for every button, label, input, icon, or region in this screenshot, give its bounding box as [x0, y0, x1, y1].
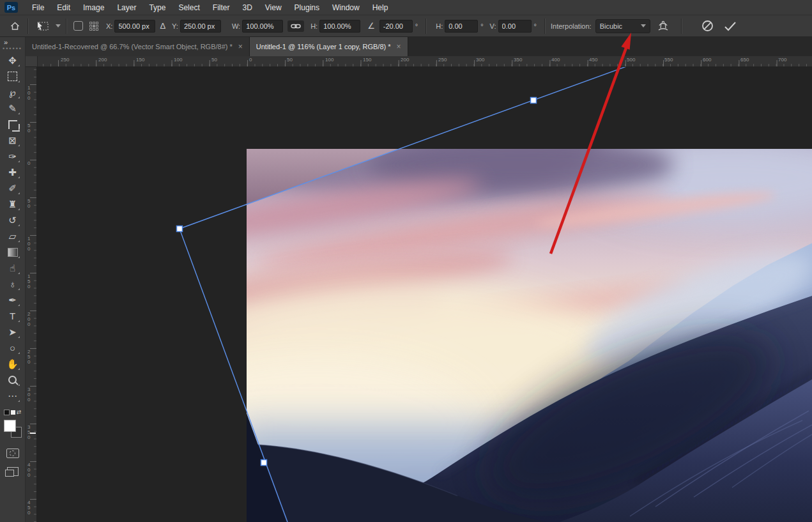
ruler-tick-label: 100 [174, 57, 182, 63]
separator [544, 19, 546, 34]
ruler-tick-label: 200 [98, 57, 107, 63]
warp-mode-icon[interactable] [657, 20, 670, 32]
commit-transform-button[interactable] [724, 21, 737, 31]
move-tool[interactable]: ✥ [4, 52, 21, 68]
relative-positioning-icon[interactable]: Δ [160, 21, 165, 31]
eraser-tool[interactable]: ▱ [4, 228, 21, 244]
ruler-tick-label: 600 [703, 57, 711, 63]
swap-colors-icon[interactable]: ⇄ [4, 409, 22, 415]
interpolation-dropdown[interactable]: Bicubic [595, 19, 650, 33]
interpolation-value: Bicubic [600, 22, 622, 30]
ruler-tick-label: 50 [211, 57, 217, 63]
ruler-corner [26, 56, 38, 66]
brush-tool[interactable]: ✐ [4, 180, 21, 196]
ruler-tick-label: 700 [778, 57, 786, 63]
height-label: H: [310, 22, 318, 30]
foreground-color-swatch[interactable] [4, 420, 16, 432]
separator [681, 19, 682, 34]
ruler-tick-label: 650 [740, 57, 749, 63]
transform-options-bar: X: Δ Y: W: H: ∠ ° H: ° V: ° Interpolatio… [0, 15, 812, 37]
menu-item-layer[interactable]: Layer [111, 3, 142, 12]
clone-stamp-tool[interactable]: ♜ [4, 196, 21, 212]
frame-tool[interactable]: ⊠ [4, 132, 21, 148]
toolbar: » •••••• ✥℘✎⊠✑✚✐♜↺▱☝♁✒T➤○✋⋯ ⇄ [0, 37, 26, 522]
dodge-tool[interactable]: ♁ [4, 276, 21, 292]
close-icon[interactable]: × [397, 42, 401, 51]
rotation-input[interactable] [379, 20, 413, 33]
ruler-tick-label: 100 [325, 57, 333, 63]
healing-brush-tool[interactable]: ✚ [4, 164, 21, 180]
menu-item-help[interactable]: Help [366, 3, 395, 12]
rotate-angle-icon: ∠ [367, 21, 375, 31]
eyedropper-tool[interactable]: ✑ [4, 148, 21, 164]
horizontal-ruler[interactable]: 2502001501005005010015020025030035040045… [26, 56, 812, 67]
gradient-tool[interactable] [4, 244, 21, 260]
transform-tool-icon[interactable] [36, 21, 50, 31]
tab-label: Untitled-1 @ 116% (Layer 1 copy, RGB/8) … [256, 43, 391, 50]
menu-item-view[interactable]: View [259, 3, 288, 12]
ruler-tick-label: 1 0 0 [27, 236, 30, 252]
toggle-reference-point-checkbox[interactable] [73, 21, 83, 31]
color-swatches[interactable] [3, 419, 22, 438]
tab-untitled-1[interactable]: Untitled-1 @ 116% (Layer 1 copy, RGB/8) … [250, 37, 408, 56]
menu-item-image[interactable]: Image [77, 3, 111, 12]
home-icon[interactable] [10, 22, 20, 31]
vertical-ruler[interactable]: 1 0 05 005 01 0 01 5 02 0 02 5 03 0 03 5… [26, 67, 37, 522]
pen-tool[interactable]: ✒ [4, 292, 21, 308]
v-skew-label: V: [490, 22, 496, 30]
type-tool[interactable]: T [4, 308, 21, 324]
ruler-tick-label: 2 5 0 [27, 349, 30, 365]
height-input[interactable] [319, 20, 360, 33]
history-brush-tool[interactable]: ↺ [4, 212, 21, 228]
ellipse-tool[interactable]: ○ [4, 340, 21, 356]
ruler-tick-label: 450 [589, 57, 597, 63]
menu-item-filter[interactable]: Filter [206, 3, 236, 12]
quick-selection-tool[interactable]: ✎ [4, 100, 21, 116]
ruler-tick-label: 50 [287, 57, 293, 63]
menu-item-plugins[interactable]: Plugins [288, 3, 326, 12]
menu-item-edit[interactable]: Edit [50, 3, 77, 12]
rectangular-marquee-tool[interactable] [4, 68, 21, 84]
toolbar-grip[interactable]: •••••• [3, 47, 22, 50]
interpolation-label: Interpolation: [551, 22, 592, 30]
y-position-input[interactable] [180, 20, 221, 33]
degree-symbol: ° [415, 22, 418, 30]
chevron-down-icon [641, 24, 646, 27]
degree-symbol: ° [480, 22, 483, 30]
maintain-aspect-ratio-link-icon[interactable] [287, 20, 304, 32]
path-selection-tool[interactable]: ➤ [4, 324, 21, 340]
menu-item-file[interactable]: File [26, 3, 50, 12]
menu-item-window[interactable]: Window [326, 3, 366, 12]
menu-item-3d[interactable]: 3D [236, 3, 258, 12]
ruler-tick-label: 500 [627, 57, 635, 63]
document-tab-bar: Untitled-1-Recovered @ 66.7% (Vector Sma… [26, 37, 812, 56]
ruler-tick-label: 2 0 0 [27, 312, 30, 327]
ruler-tick-label: 0 [249, 57, 252, 63]
screen-mode-button[interactable] [7, 467, 19, 476]
close-icon[interactable]: × [238, 42, 243, 51]
crop-tool[interactable] [4, 116, 21, 132]
chevron-down-icon[interactable] [56, 24, 61, 27]
ruler-tick-label: 1 0 0 [27, 86, 30, 101]
ruler-tick-label: 5 0 [27, 123, 30, 134]
smudge-tool[interactable]: ☝ [4, 260, 21, 276]
v-skew-input[interactable] [498, 20, 532, 33]
edit-toolbar[interactable]: ⋯ [4, 388, 21, 404]
tab-untitled-1-recovered[interactable]: Untitled-1-Recovered @ 66.7% (Vector Sma… [26, 37, 250, 56]
x-position-input[interactable] [114, 20, 155, 33]
ruler-tick-label: 150 [363, 57, 371, 63]
quick-mask-button[interactable] [6, 449, 19, 458]
menu-item-type[interactable]: Type [142, 3, 172, 12]
document-image[interactable] [247, 149, 812, 522]
h-skew-input[interactable] [445, 20, 478, 33]
menu-item-select[interactable]: Select [172, 3, 206, 12]
lasso-tool[interactable]: ℘ [4, 84, 21, 100]
photoshop-logo[interactable]: Ps [4, 2, 18, 13]
cancel-transform-button[interactable] [701, 20, 714, 32]
reference-point-locator[interactable] [89, 22, 98, 31]
hand-tool[interactable]: ✋ [4, 356, 21, 372]
width-input[interactable] [242, 20, 283, 33]
zoom-tool[interactable] [4, 372, 21, 388]
ruler-tick-label: 4 5 0 [27, 500, 30, 516]
separator [27, 19, 29, 34]
